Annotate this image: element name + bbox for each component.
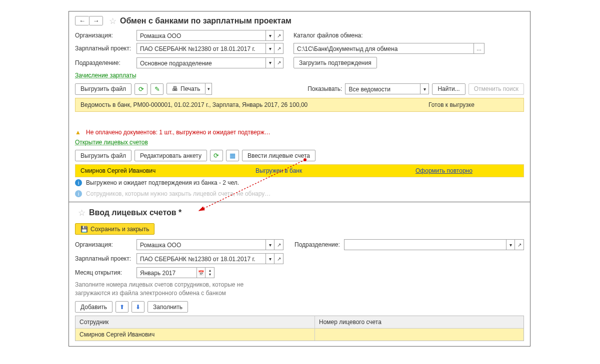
org-field-2[interactable]: Ромашка ООО	[136, 239, 266, 250]
refresh-button[interactable]: ⟳	[134, 83, 148, 95]
fill-button[interactable]: Заполнить	[148, 301, 188, 313]
favorite-star-icon[interactable]: ☆	[75, 208, 84, 217]
show-label: Показывать:	[308, 85, 342, 92]
accounts-table: Сотрудник Номер лицевого счета Смирнов С…	[75, 316, 524, 341]
table-row[interactable]: Смирнов Сергей Иванович	[76, 329, 524, 341]
org-field[interactable]: Ромашка ООО	[136, 30, 266, 41]
col-employee: Сотрудник	[76, 316, 314, 328]
open-icon[interactable]: ↗	[274, 239, 284, 250]
warning-text: Не оплачено документов: 1 шт., выгружено…	[86, 129, 270, 136]
print-dropdown-icon[interactable]: ▾	[206, 83, 212, 95]
enter-accounts-button[interactable]: Ввести лицевые счета	[242, 150, 316, 161]
show-filter-field[interactable]: Все ведомости	[345, 83, 420, 94]
dept-label-2: Подразделение:	[294, 241, 340, 248]
row-action-link[interactable]: Оформить повторно	[416, 167, 472, 174]
section-accounts-link[interactable]: Открытие лицевых счетов	[75, 139, 148, 146]
move-down-button[interactable]: ⬇	[132, 301, 144, 313]
export-file-button[interactable]: Выгрузить файл	[75, 83, 132, 95]
employee-row[interactable]: Смирнов Сергей Иванович Выгружен в банк …	[75, 164, 524, 177]
catalog-field[interactable]: C:\1С\Банк\Документыд для обмена	[294, 43, 474, 54]
dept-field[interactable]: Основное подразделение	[136, 57, 266, 68]
nav-forward-button[interactable]: →	[89, 16, 103, 25]
titlebar: ← → ☆ Обмен с банками по зарплатным прое…	[69, 11, 530, 28]
open-icon[interactable]: ↗	[274, 43, 284, 54]
save-icon: 💾	[80, 226, 88, 233]
row-status: Выгружен в банк	[256, 167, 416, 174]
edit-form-button[interactable]: Редактировать анкету	[134, 150, 207, 161]
nav-back-button[interactable]: ←	[75, 16, 89, 25]
proj-field-2[interactable]: ПАО СБЕРБАНК №12380 от 18.01.2017 г.	[136, 253, 266, 264]
info-text-1: Выгружено и ожидает подтверждения из бан…	[86, 179, 239, 186]
month-label: Месяц открытия:	[75, 269, 132, 276]
cancel-find-button: Отменить поиск	[468, 83, 524, 95]
dropdown-icon[interactable]: ▾	[266, 57, 274, 68]
dropdown-icon[interactable]: ▾	[266, 43, 274, 54]
dropdown-icon[interactable]: ▾	[420, 83, 429, 94]
dept-label: Подразделение:	[75, 59, 132, 66]
move-up-button[interactable]: ⬆	[116, 301, 128, 313]
dropdown-icon[interactable]: ▾	[266, 239, 274, 250]
load-confirmations-button[interactable]: Загрузить подтверждения	[294, 57, 377, 68]
add-button[interactable]: Добавить	[75, 301, 112, 313]
month-field[interactable]: Январь 2017	[136, 267, 196, 278]
browse-button[interactable]: …	[474, 43, 484, 54]
top-window: ← → ☆ Обмен с банками по зарплатным прое…	[68, 11, 530, 208]
open-icon[interactable]: ↗	[515, 239, 524, 250]
org-label: Организация:	[75, 32, 132, 39]
open-icon[interactable]: ↗	[274, 57, 284, 68]
find-button[interactable]: Найти...	[432, 83, 465, 95]
bottom-window: ☆ Ввод лицевых счетов * 💾 Сохранить и за…	[68, 202, 530, 347]
page-title-2: Ввод лицевых счетов *	[89, 208, 182, 217]
dropdown-icon[interactable]: ▾	[266, 253, 274, 264]
dropdown-icon[interactable]: ▾	[506, 239, 515, 250]
open-icon[interactable]: ↗	[274, 253, 284, 264]
warning-icon: ▲	[75, 129, 82, 136]
info-icon: i	[75, 190, 82, 197]
payroll-strip[interactable]: Ведомость в банк, РМ00-000001, 01.02.201…	[75, 98, 524, 112]
refresh-button-2[interactable]: ⟳	[210, 150, 223, 161]
catalog-label: Каталог файлов обмена:	[294, 32, 363, 39]
print-button[interactable]: 🖶Печать	[166, 83, 206, 94]
proj-label-2: Зарплатный проект:	[75, 255, 132, 262]
export-file-button-2[interactable]: Выгрузить файл	[75, 150, 132, 161]
month-spinner[interactable]: ▴▾	[206, 267, 214, 278]
help-text-2: загружаются из файла электронного обмена…	[69, 288, 530, 298]
open-icon[interactable]: ↗	[274, 30, 284, 41]
favorite-star-icon[interactable]: ☆	[106, 16, 115, 25]
dept-field-2[interactable]	[344, 239, 506, 250]
org-label-2: Организация:	[75, 241, 132, 248]
col-account: Номер лицевого счета	[315, 316, 524, 328]
row-employee: Смирнов Сергей Иванович	[76, 329, 314, 341]
strip-text: Ведомость в банк, РМ00-000001, 01.02.201…	[80, 101, 308, 108]
strip-status: Готов к выгрузке	[428, 101, 518, 108]
save-close-button[interactable]: 💾 Сохранить и закрыть	[75, 223, 154, 235]
info-icon: i	[75, 179, 82, 186]
page-title: Обмен с банками по зарплатным проектам	[120, 16, 292, 25]
printer-icon: 🖶	[172, 85, 178, 92]
row-account[interactable]	[315, 329, 524, 341]
section-payroll-link[interactable]: Зачисление зарплаты	[75, 72, 136, 79]
proj-label: Зарплатный проект:	[75, 45, 132, 52]
calendar-icon[interactable]: 📅	[196, 267, 206, 278]
properties-button[interactable]: ▦	[226, 150, 239, 161]
employee-name: Смирнов Сергей Иванович	[80, 167, 256, 174]
proj-field[interactable]: ПАО СБЕРБАНК №12380 от 18.01.2017 г.	[136, 43, 266, 54]
info-text-2: Сотрудников, которым нужно закрыть лицев…	[86, 190, 270, 197]
dropdown-icon[interactable]: ▾	[266, 30, 274, 41]
edit-button[interactable]: ✎	[150, 83, 164, 95]
